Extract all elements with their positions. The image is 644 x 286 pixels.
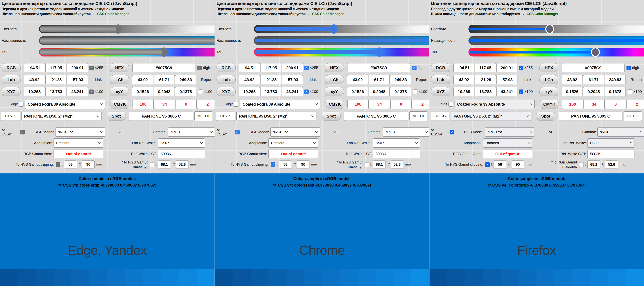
slider-thumb[interactable] [376, 47, 382, 57]
adaptation-select[interactable]: Bradford [54, 138, 103, 148]
xyz-x100-checkbox[interactable] [518, 89, 523, 94]
lab-l-input[interactable] [239, 75, 260, 84]
link-label[interactable]: Link [89, 78, 108, 82]
report-label[interactable]: Report [413, 78, 429, 82]
xyz-x-input[interactable] [453, 87, 474, 96]
cmyk-profile-select[interactable]: Coated Fogra 39 Absolute [240, 100, 320, 109]
digit-checkbox[interactable] [626, 66, 631, 70]
lightness-slider[interactable] [468, 25, 644, 33]
lab-button[interactable]: Lab [216, 75, 236, 84]
hue-slider[interactable] [468, 48, 644, 56]
lab-b-input[interactable] [67, 75, 88, 84]
lightness-slider[interactable] [39, 25, 214, 33]
map-c-input[interactable] [176, 161, 188, 168]
rgb-g-input[interactable] [260, 63, 282, 72]
xyy-x100-checkbox[interactable] [198, 89, 203, 94]
map-l-input[interactable] [588, 161, 600, 168]
x255-checkbox[interactable] [304, 66, 309, 70]
xyy-bigy-input[interactable] [390, 87, 411, 96]
cmyk-m-input[interactable] [154, 100, 175, 109]
pantone-select[interactable]: PANTONE v5 D50, 2° (M2)* [236, 112, 316, 121]
lab-ref-white-select[interactable]: D50 * [158, 138, 205, 148]
lab-button[interactable]: Lab [2, 75, 21, 84]
rgb-b-input[interactable] [496, 63, 518, 72]
rgb-mapping-checkbox[interactable] [150, 162, 154, 167]
xyy-x-input[interactable] [562, 87, 583, 96]
lch-h-input[interactable] [175, 75, 196, 84]
xyy-button[interactable]: xyY [110, 87, 129, 96]
rgb-button[interactable]: RGB [216, 63, 236, 72]
xyz-button[interactable]: XYZ [216, 87, 236, 96]
spot-button[interactable]: Spot [536, 112, 555, 121]
cmyk-k-input[interactable] [197, 100, 214, 109]
lab-button[interactable]: Lab [431, 75, 450, 84]
gamma-select[interactable]: sRGB [383, 127, 429, 137]
cmyk-button[interactable]: CMYK [325, 100, 344, 109]
xyy-bigy-input[interactable] [604, 87, 626, 96]
cmyk-y-input[interactable] [176, 100, 196, 109]
report-label[interactable]: Report [628, 78, 644, 82]
cmyk-profile-select[interactable]: Coated Fogra 39 Absolute [25, 100, 105, 109]
clip-c-input[interactable] [511, 161, 524, 168]
rgb-r-input[interactable] [24, 63, 45, 72]
xyy-button[interactable]: xyY [539, 87, 558, 96]
spot-name-input[interactable] [344, 112, 408, 121]
xyz-y-input[interactable] [260, 87, 282, 96]
xyy-y-input[interactable] [583, 87, 604, 96]
clip-c-input[interactable] [297, 161, 310, 168]
xyy-y-input[interactable] [368, 87, 390, 96]
clip-c-input[interactable] [82, 161, 94, 168]
cmyk-m-input[interactable] [584, 100, 604, 109]
saturation-slider[interactable] [468, 36, 644, 45]
saturation-slider[interactable] [39, 36, 214, 45]
slider-thumb[interactable] [116, 24, 120, 34]
hex-button[interactable]: HEX [325, 63, 344, 72]
cmyk-y-input[interactable] [390, 100, 412, 109]
map-l-input[interactable] [158, 161, 171, 168]
lch-l-input[interactable] [347, 75, 368, 84]
report-label[interactable]: Report [198, 78, 214, 82]
lab-a-input[interactable] [260, 75, 282, 84]
cssv4-checkbox[interactable] [20, 130, 25, 134]
rgb-model-select[interactable]: sRGB *⚒ [485, 127, 535, 137]
xyy-x100-checkbox[interactable] [628, 89, 632, 94]
hex-input[interactable] [562, 63, 624, 72]
xyy-y-input[interactable] [154, 87, 175, 96]
lab-b-input[interactable] [496, 75, 518, 84]
digit-checkbox[interactable] [412, 66, 416, 70]
lightness-slider[interactable] [254, 25, 429, 33]
cmyk-c-input[interactable] [132, 100, 154, 109]
cmyk-k-input[interactable] [626, 100, 644, 109]
hex-button[interactable]: HEX [110, 63, 129, 72]
hvs-clipping-checkbox[interactable] [56, 162, 60, 167]
clip-l-input[interactable] [64, 161, 77, 168]
lch-c-input[interactable] [583, 75, 604, 84]
rgb-g-input[interactable] [45, 63, 66, 72]
map-c-input[interactable] [605, 161, 618, 168]
lab-ref-white-select[interactable]: D50 * [588, 138, 634, 148]
hvs-clipping-checkbox[interactable] [485, 162, 490, 167]
cmyk-digit-checkbox[interactable] [19, 102, 24, 107]
lch-button[interactable]: LCh [110, 75, 129, 84]
cmyk-profile-select[interactable]: Coated Fogra 39 Absolute [454, 100, 534, 109]
cmyk-c-input[interactable] [562, 100, 583, 109]
adaptation-select[interactable]: Bradford [268, 138, 318, 148]
hue-slider[interactable] [254, 48, 429, 56]
xyz-x-input[interactable] [24, 87, 45, 96]
map-c-input[interactable] [391, 161, 404, 168]
lch-button[interactable]: LCh [325, 75, 344, 84]
lch-button[interactable]: LCh [539, 75, 558, 84]
xyz-z-input[interactable] [496, 87, 518, 96]
lch-h-input[interactable] [604, 75, 626, 84]
lch-h-input[interactable] [390, 75, 411, 84]
xyy-bigy-input[interactable] [175, 87, 196, 96]
lab-ref-white-select[interactable]: D50 * [373, 138, 420, 148]
rgb-b-input[interactable] [282, 63, 303, 72]
gamma-select[interactable]: sRGB [168, 127, 214, 137]
xyz-y-input[interactable] [45, 87, 66, 96]
lch-c-input[interactable] [154, 75, 175, 84]
spot-button[interactable]: Spot [322, 112, 341, 121]
xyz-z-input[interactable] [282, 87, 303, 96]
lab-l-input[interactable] [453, 75, 474, 84]
spot-button[interactable]: Spot [107, 112, 126, 121]
